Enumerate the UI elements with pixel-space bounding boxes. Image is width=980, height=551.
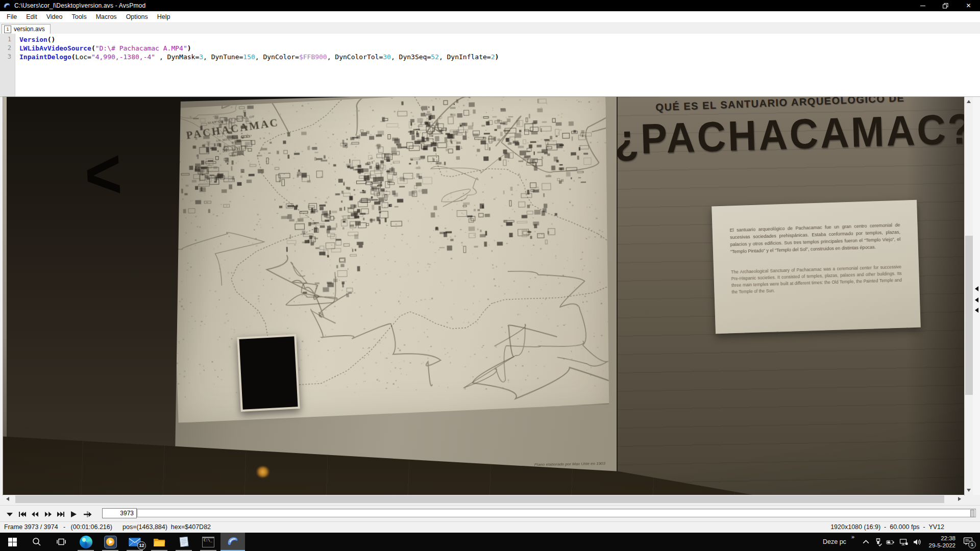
close-button[interactable]: ✕ (957, 0, 980, 11)
task-view-button[interactable] (49, 533, 74, 551)
menu-item-edit[interactable]: Edit (21, 11, 42, 23)
video-vertical-scrollbar[interactable] (964, 97, 973, 495)
toolbar-overflow-chevron[interactable]: » (851, 534, 854, 540)
display-niche (237, 334, 300, 412)
close-icon: ✕ (966, 3, 971, 9)
folder-icon (153, 537, 165, 547)
avspmod-app-icon (3, 2, 11, 10)
step-forward-button[interactable] (42, 510, 54, 518)
video-preview[interactable]: MAP OF THE RUINS OF PACHACAMAC IN MIDDLE… (3, 97, 964, 495)
avspmod-window: C:\Users\cor_l\Desktop\version.avs - Avs… (0, 0, 980, 551)
task-view-icon (57, 538, 66, 546)
clock-date: 29-5-2022 (923, 542, 955, 549)
info-plaque: El santuario arqueológico de Pachacamac … (712, 200, 921, 334)
media-player-icon (104, 536, 117, 548)
tab-bar: 1 version.avs (0, 23, 980, 34)
video-format-status: 980x551 (16:9) - 60.000 fps - YV12 (830, 523, 944, 531)
external-player-button[interactable] (82, 510, 93, 518)
taskbar-edge[interactable] (74, 533, 98, 551)
taskbar-file-explorer[interactable] (147, 533, 172, 551)
title-bar[interactable]: C:\Users\cor_l\Desktop\version.avs - Avs… (0, 0, 980, 11)
line-number-gutter: 123 (0, 34, 15, 96)
mail-unread-badge: 12 (137, 541, 146, 550)
minimize-button[interactable] (911, 0, 934, 11)
battery-icon[interactable] (886, 538, 895, 546)
taskbar-clock[interactable]: 22:38 29-5-2022 (923, 535, 955, 549)
taskbar-notepad[interactable] (172, 533, 196, 551)
left-arrow-marker (975, 308, 978, 313)
clock-time: 22:38 (923, 535, 955, 542)
code-line[interactable]: InpaintDelogo(Loc="4,990,-1380,-4" , Dyn… (19, 53, 980, 62)
taskbar-command-prompt[interactable]: C:\_ (196, 533, 220, 551)
scroll-left-icon[interactable] (6, 497, 9, 501)
vertical-scroll-thumb[interactable] (965, 236, 973, 395)
window-title: C:\Users\cor_l\Desktop\version.avs - Avs… (14, 2, 145, 9)
network-icon[interactable] (899, 538, 908, 546)
pixel-position-status: pos=(1463,884) hex=$407D82 (122, 523, 211, 531)
floor-light-glow (256, 466, 270, 478)
action-center-button[interactable]: 1 (963, 537, 974, 547)
taskbar-avspmod[interactable] (220, 533, 245, 551)
line-number: 3 (0, 53, 15, 62)
plaque-spanish-text: El santuario arqueológico de Pachacamac … (729, 222, 901, 256)
pachacamac-map: MAP OF THE RUINS OF PACHACAMAC IN MIDDLE… (168, 97, 612, 423)
play-button[interactable] (68, 510, 79, 518)
tab-version-avs[interactable]: 1 version.avs (2, 24, 51, 34)
taskbar-mail[interactable]: 12 (122, 533, 147, 551)
hide-slider-button[interactable] (4, 510, 15, 518)
tab-index-icon: 1 (4, 26, 11, 33)
arrow-bar-icon (83, 511, 92, 518)
status-bar: Frame 3973 / 3974 - (00:01:06.216) pos=(… (0, 521, 980, 533)
rewind-icon (31, 511, 39, 518)
exhibit-arrow: < (83, 133, 124, 216)
menu-item-file[interactable]: File (2, 11, 21, 23)
video-slider[interactable] (137, 509, 976, 517)
scroll-down-icon[interactable] (967, 489, 971, 492)
edge-markers (973, 97, 980, 495)
fast-forward-icon (44, 511, 52, 518)
code-area[interactable]: Version()LWLibAvVideoSource("D:\# Pachac… (19, 36, 980, 62)
scroll-up-icon[interactable] (967, 100, 971, 103)
usb-icon[interactable] (874, 538, 883, 546)
horizontal-scroll-thumb[interactable] (15, 495, 944, 503)
windows-logo-icon (8, 538, 17, 546)
tab-label: version.avs (14, 26, 45, 33)
video-horizontal-scrollbar[interactable] (3, 495, 964, 504)
goto-last-frame-button[interactable] (55, 510, 66, 518)
volume-icon[interactable] (913, 538, 921, 546)
playback-toolbar (0, 505, 980, 521)
step-back-button[interactable] (30, 510, 41, 518)
line-number: 1 (0, 36, 15, 44)
notepad-icon (178, 536, 189, 547)
line-number: 2 (0, 44, 15, 53)
skip-end-icon (57, 511, 65, 518)
search-button[interactable] (24, 533, 49, 551)
play-icon (69, 511, 78, 518)
menu-item-help[interactable]: Help (153, 11, 175, 23)
menu-item-tools[interactable]: Tools (67, 11, 91, 23)
slider-thumb[interactable] (970, 510, 974, 517)
menu-item-macros[interactable]: Macros (91, 11, 121, 23)
frame-number-input[interactable] (102, 508, 137, 518)
wall-edge (3, 97, 7, 495)
restore-icon (943, 3, 948, 9)
command-prompt-icon: C:\_ (202, 537, 214, 547)
minimize-icon (920, 6, 925, 6)
start-button[interactable] (0, 533, 24, 551)
toolbar-label[interactable]: Deze pc (823, 533, 846, 551)
skip-start-icon (18, 511, 27, 518)
goto-first-frame-button[interactable] (17, 510, 28, 518)
code-line[interactable]: Version() (19, 36, 980, 44)
avspmod-icon (226, 535, 239, 548)
taskbar-media-player[interactable] (98, 533, 122, 551)
search-icon (32, 537, 41, 546)
menu-item-video[interactable]: Video (42, 11, 67, 23)
menu-item-options[interactable]: Options (121, 11, 153, 23)
windows-taskbar: 12 C:\_ Deze pc » (0, 533, 980, 551)
show-hidden-icons[interactable] (862, 538, 870, 546)
scroll-right-icon[interactable] (958, 497, 961, 501)
menu-bar[interactable]: FileEditVideoToolsMacrosOptionsHelp (0, 11, 980, 23)
script-editor[interactable]: 123 Version()LWLibAvVideoSource("D:\# Pa… (0, 34, 980, 97)
code-line[interactable]: LWLibAvVideoSource("D:\# Pachacamac A.MP… (19, 44, 980, 53)
restore-button[interactable] (934, 0, 957, 11)
